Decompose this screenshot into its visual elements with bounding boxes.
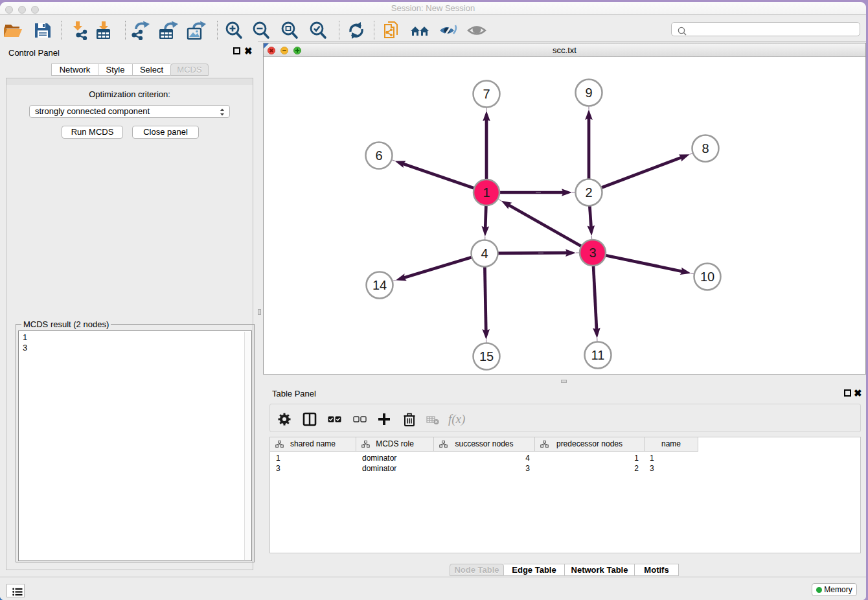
svg-text:15: 15 xyxy=(479,349,494,363)
svg-text:7: 7 xyxy=(483,87,490,101)
svg-text:1: 1 xyxy=(483,185,490,200)
svg-text:9: 9 xyxy=(585,86,592,100)
svg-text:10: 10 xyxy=(700,270,714,284)
svg-text:8: 8 xyxy=(702,141,709,156)
svg-text:6: 6 xyxy=(375,148,382,163)
svg-text:3: 3 xyxy=(589,246,596,260)
svg-text:2: 2 xyxy=(585,185,592,200)
svg-text:11: 11 xyxy=(591,348,605,362)
svg-text:4: 4 xyxy=(481,246,488,260)
svg-text:14: 14 xyxy=(372,278,387,292)
